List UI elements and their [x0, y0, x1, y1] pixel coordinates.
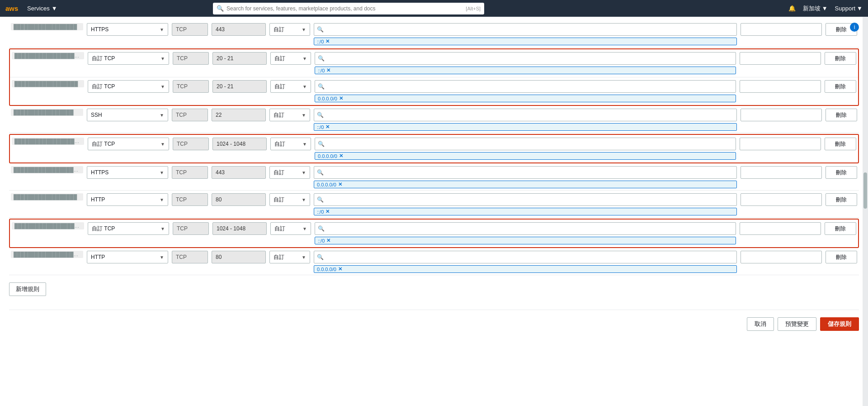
desc-input[interactable]	[740, 138, 821, 150]
source-search-input[interactable]	[326, 141, 733, 147]
dest-select[interactable]: 自訂 ▼	[270, 52, 311, 65]
dest-cell[interactable]: 自訂 ▼	[269, 109, 310, 121]
desc-text-input[interactable]	[744, 254, 819, 260]
action-cell[interactable]: 刪除	[825, 80, 856, 93]
desc-input[interactable]	[741, 251, 822, 263]
action-cell[interactable]: 刪除	[826, 251, 857, 263]
delete-button[interactable]: 刪除	[826, 251, 857, 263]
delete-button[interactable]: 刪除	[825, 80, 856, 93]
type-select[interactable]: 自訂 TCP ▼	[88, 52, 169, 65]
remove-chip-button[interactable]: ✕	[326, 238, 330, 244]
source-search[interactable]: 🔍	[315, 80, 736, 93]
delete-button[interactable]: 刪除	[826, 166, 857, 179]
dest-select[interactable]: 自訂 ▼	[269, 166, 310, 179]
remove-chip-button[interactable]: ✕	[326, 124, 330, 130]
type-cell[interactable]: HTTPS ▼	[87, 23, 168, 36]
source-search[interactable]: 🔍	[314, 109, 737, 121]
dest-cell[interactable]: 自訂 ▼	[269, 166, 310, 179]
source-search[interactable]: 🔍	[314, 251, 737, 263]
source-search-input[interactable]	[326, 55, 733, 62]
dest-cell[interactable]: 自訂 ▼	[270, 222, 311, 235]
preview-button[interactable]: 預覽變更	[778, 317, 816, 331]
dest-select[interactable]: 自訂 ▼	[269, 109, 310, 121]
remove-chip-button[interactable]: ✕	[338, 182, 342, 187]
desc-input[interactable]	[740, 222, 821, 235]
dest-cell[interactable]: 自訂 ▼	[270, 52, 311, 65]
type-select[interactable]: 自訂 TCP ▼	[88, 138, 169, 150]
type-cell[interactable]: SSH ▼	[87, 109, 168, 121]
type-cell[interactable]: 自訂 TCP ▼	[88, 138, 169, 150]
dest-cell[interactable]: 自訂 ▼	[270, 80, 311, 93]
type-cell[interactable]: HTTP ▼	[87, 251, 168, 263]
delete-button[interactable]: 刪除	[826, 193, 857, 206]
type-select[interactable]: HTTP ▼	[87, 193, 168, 206]
type-select[interactable]: 自訂 TCP ▼	[88, 222, 169, 235]
cancel-button[interactable]: 取消	[747, 317, 774, 331]
scrollbar-thumb[interactable]	[863, 172, 867, 209]
type-select[interactable]: 自訂 TCP ▼	[88, 80, 169, 93]
type-cell[interactable]: HTTPS ▼	[87, 166, 168, 179]
dest-cell[interactable]: 自訂 ▼	[269, 23, 310, 36]
services-menu[interactable]: Services ▼	[27, 5, 57, 12]
desc-text-input[interactable]	[743, 55, 818, 62]
action-cell[interactable]: 刪除	[825, 138, 856, 150]
desc-input[interactable]	[741, 166, 822, 179]
desc-text-input[interactable]	[743, 141, 818, 147]
action-cell[interactable]: 刪除	[826, 166, 857, 179]
source-search-input[interactable]	[326, 83, 733, 90]
dest-cell[interactable]: 自訂 ▼	[269, 193, 310, 206]
remove-chip-button[interactable]: ✕	[326, 209, 330, 215]
desc-text-input[interactable]	[744, 196, 819, 203]
dest-cell[interactable]: 自訂 ▼	[269, 251, 310, 263]
region-selector[interactable]: 新加坡 ▼	[803, 5, 828, 13]
remove-chip-button[interactable]: ✕	[338, 266, 342, 272]
desc-text-input[interactable]	[743, 225, 818, 232]
dest-select[interactable]: 自訂 ▼	[269, 193, 310, 206]
type-select[interactable]: SSH ▼	[87, 109, 168, 121]
remove-chip-button[interactable]: ✕	[339, 153, 343, 159]
type-cell[interactable]: 自訂 TCP ▼	[88, 52, 169, 65]
dest-select[interactable]: 自訂 ▼	[270, 138, 311, 150]
remove-chip-button[interactable]: ✕	[326, 67, 330, 73]
save-rules-button[interactable]: 儲存規則	[820, 317, 859, 331]
dest-select[interactable]: 自訂 ▼	[270, 222, 311, 235]
desc-input[interactable]	[741, 23, 822, 36]
scrollbar-track[interactable]	[863, 17, 868, 406]
source-search-input[interactable]	[326, 26, 734, 33]
action-cell[interactable]: 刪除	[826, 193, 857, 206]
desc-input[interactable]	[741, 109, 822, 121]
type-cell[interactable]: 自訂 TCP ▼	[88, 222, 169, 235]
action-cell[interactable]: 刪除	[825, 52, 856, 65]
remove-chip-button[interactable]: ✕	[339, 96, 343, 101]
source-search-input[interactable]	[326, 112, 734, 118]
dest-select[interactable]: 自訂 ▼	[269, 251, 310, 263]
desc-input[interactable]	[740, 80, 821, 93]
delete-button[interactable]: 刪除	[826, 109, 857, 121]
source-search[interactable]: 🔍	[315, 138, 736, 150]
source-search[interactable]: 🔍	[314, 193, 737, 206]
desc-input[interactable]	[740, 52, 821, 65]
desc-text-input[interactable]	[744, 112, 819, 118]
source-search-input[interactable]	[326, 225, 733, 232]
type-select[interactable]: HTTP ▼	[87, 251, 168, 263]
source-search-input[interactable]	[326, 254, 734, 260]
delete-button[interactable]: 刪除	[825, 138, 856, 150]
dest-select[interactable]: 自訂 ▼	[269, 23, 310, 36]
info-icon[interactable]: i	[850, 23, 859, 32]
source-search[interactable]: 🔍	[315, 222, 736, 235]
aws-logo[interactable]: aws	[5, 4, 20, 13]
global-search[interactable]: 🔍 [Alt+S]	[213, 3, 484, 14]
type-select[interactable]: HTTPS ▼	[87, 166, 168, 179]
add-rule-button[interactable]: 新增規則	[9, 282, 46, 296]
type-cell[interactable]: 自訂 TCP ▼	[88, 80, 169, 93]
search-input[interactable]	[226, 5, 463, 12]
desc-input[interactable]	[741, 193, 822, 206]
desc-text-input[interactable]	[744, 169, 819, 176]
type-cell[interactable]: HTTP ▼	[87, 193, 168, 206]
desc-text-input[interactable]	[744, 26, 819, 33]
dest-cell[interactable]: 自訂 ▼	[270, 138, 311, 150]
support-menu[interactable]: Support ▼	[835, 5, 863, 12]
delete-button[interactable]: 刪除	[825, 222, 856, 235]
delete-button[interactable]: 刪除	[825, 52, 856, 65]
action-cell[interactable]: 刪除	[826, 109, 857, 121]
